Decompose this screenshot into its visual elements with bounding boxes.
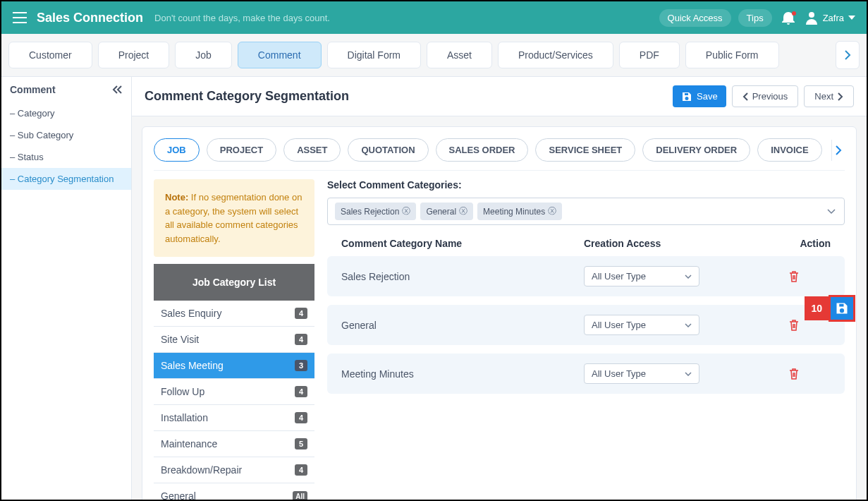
job-category-badge: 3 (295, 360, 307, 371)
sidebar-item[interactable]: – Category Segmentation (1, 168, 131, 190)
job-category-item[interactable]: Sales Meeting3 (154, 353, 314, 379)
notification-dot-icon (792, 11, 796, 16)
chip-remove-icon[interactable]: ⓧ (402, 205, 410, 217)
top-tab-product-services[interactable]: Product/Services (498, 42, 613, 68)
job-category-badge: 4 (295, 464, 307, 476)
delete-icon[interactable] (788, 368, 831, 380)
job-category-badge: 4 (295, 334, 307, 345)
tips-button[interactable]: Tips (738, 9, 772, 27)
job-category-item[interactable]: Follow Up4 (154, 379, 314, 405)
chip-label: Meeting Minutes (483, 207, 545, 217)
job-category-item[interactable]: Maintenance5 (154, 431, 314, 457)
content-card: JOBPROJECTASSETQUOTATIONSALES ORDERSERVI… (142, 126, 857, 500)
floating-save-callout: 10 (805, 295, 855, 322)
inner-tab-service-sheet[interactable]: SERVICE SHEET (535, 138, 635, 162)
save-button[interactable]: Save (673, 85, 726, 107)
job-category-badge: 4 (295, 412, 307, 423)
hamburger-icon[interactable] (13, 12, 27, 23)
next-button-label: Next (814, 91, 833, 102)
svg-point-0 (809, 12, 814, 18)
category-chip: Generalⓧ (420, 203, 473, 220)
table-row: GeneralAll User Type (327, 305, 845, 345)
job-category-item[interactable]: Site Visit4 (154, 327, 314, 353)
access-select[interactable]: All User Type (584, 363, 699, 384)
delete-icon[interactable] (788, 270, 831, 283)
inner-tab-asset[interactable]: ASSET (283, 138, 341, 162)
column-action: Action (788, 238, 831, 249)
previous-button-label: Previous (752, 91, 788, 102)
column-name: Comment Category Name (341, 238, 584, 249)
job-category-item[interactable]: Sales Enquiry4 (154, 301, 314, 327)
sidebar: Comment – Category– Sub Category– Status… (1, 77, 132, 500)
inner-tab-project[interactable]: PROJECT (207, 138, 276, 162)
inner-tabs-scroll-right[interactable] (831, 140, 845, 161)
job-category-label: Sales Enquiry (161, 308, 221, 319)
top-tab-asset[interactable]: Asset (427, 42, 492, 68)
sidebar-item[interactable]: – Sub Category (1, 124, 131, 146)
sidebar-header: Comment (1, 77, 131, 102)
inner-tab-delivery-order[interactable]: DELIVERY ORDER (642, 138, 750, 162)
table-row: Meeting MinutesAll User Type (327, 354, 845, 394)
job-category-label: Installation (161, 412, 208, 423)
quick-access-button[interactable]: Quick Access (659, 9, 731, 27)
page-title: Comment Category Segmentation (145, 89, 349, 104)
row-action-cell (788, 270, 831, 283)
user-name: Zafra (823, 13, 844, 23)
top-tab-customer[interactable]: Customer (8, 42, 92, 68)
next-button[interactable]: Next (804, 85, 854, 107)
app-header: Sales Connection Don't count the days, m… (1, 1, 867, 34)
job-category-item[interactable]: GeneralAll (154, 483, 314, 500)
select-categories-label: Select Comment Categories: (327, 179, 845, 191)
previous-button[interactable]: Previous (732, 85, 799, 107)
inner-tab-sales-order[interactable]: SALES ORDER (436, 138, 529, 162)
page-header: Comment Category Segmentation Save Previ… (132, 77, 867, 116)
job-category-label: Site Visit (161, 334, 199, 345)
notifications-icon[interactable] (779, 11, 797, 25)
inner-tab-invoice[interactable]: INVOICE (757, 138, 821, 162)
access-select[interactable]: All User Type (584, 315, 699, 335)
chip-remove-icon[interactable]: ⓧ (548, 205, 556, 217)
top-tab-comment[interactable]: Comment (238, 42, 322, 68)
note-prefix: Note: (165, 192, 191, 203)
top-tab-public-form[interactable]: Public Form (685, 42, 779, 68)
top-tab-digital-form[interactable]: Digital Form (327, 42, 421, 68)
row-action-cell (788, 368, 831, 380)
table-header: Comment Category Name Creation Access Ac… (327, 225, 845, 256)
inner-tab-job[interactable]: JOB (154, 138, 200, 162)
top-tab-pdf[interactable]: PDF (619, 42, 680, 68)
sidebar-item[interactable]: – Status (1, 146, 131, 168)
chip-remove-icon[interactable]: ⓧ (459, 205, 467, 217)
sidebar-item[interactable]: – Category (1, 102, 131, 124)
sidebar-collapse-icon[interactable] (111, 85, 123, 94)
brand-name[interactable]: Sales Connection (37, 11, 143, 25)
job-category-label: Maintenance (161, 438, 217, 449)
job-category-label: General (161, 490, 196, 500)
chevron-down-icon (827, 209, 836, 215)
job-category-item[interactable]: Installation4 (154, 405, 314, 431)
top-tabs-scroll-right[interactable] (836, 41, 860, 69)
top-tab-project[interactable]: Project (98, 42, 170, 68)
job-category-badge: 4 (295, 308, 307, 319)
chip-label: General (426, 207, 456, 217)
table-row: Sales RejectionAll User Type (327, 256, 845, 296)
callout-number: 10 (805, 296, 829, 320)
inner-tab-quotation[interactable]: QUOTATION (348, 138, 428, 162)
inner-tabs: JOBPROJECTASSETQUOTATIONSALES ORDERSERVI… (154, 138, 845, 171)
access-select[interactable]: All User Type (584, 266, 699, 286)
sidebar-title-text: Comment (10, 84, 56, 95)
job-category-label: Sales Meeting (161, 360, 224, 371)
top-tabs: CustomerProjectJobCommentDigital FormAss… (1, 34, 867, 77)
floating-save-button[interactable] (829, 295, 855, 322)
note-box: Note: If no segmentation done on a categ… (154, 179, 314, 257)
job-category-badge: All (293, 491, 307, 500)
top-tab-job[interactable]: Job (175, 42, 232, 68)
job-category-list-header: Job Category List (154, 264, 314, 301)
job-category-item[interactable]: Breakdown/Repair4 (154, 457, 314, 483)
category-chip: Sales Rejectionⓧ (335, 203, 416, 220)
job-category-label: Follow Up (161, 386, 204, 397)
column-access: Creation Access (584, 238, 788, 249)
categories-multiselect[interactable]: Sales RejectionⓧGeneralⓧMeeting Minutesⓧ (327, 198, 845, 225)
user-menu[interactable]: Zafra (805, 11, 855, 25)
chip-label: Sales Rejection (341, 207, 399, 217)
row-name: Meeting Minutes (341, 368, 584, 380)
